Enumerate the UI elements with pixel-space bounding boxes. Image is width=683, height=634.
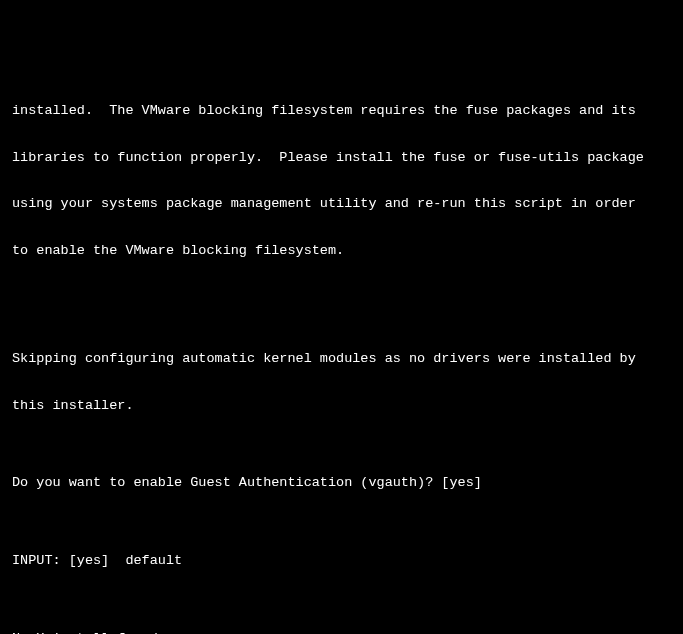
output-line: Do you want to enable Guest Authenticati… xyxy=(12,475,671,491)
output-line: libraries to function properly. Please i… xyxy=(12,150,671,166)
output-line: INPUT: [yes] default xyxy=(12,553,671,569)
output-line: Skipping configuring automatic kernel mo… xyxy=(12,351,671,367)
output-line: this installer. xyxy=(12,398,671,414)
terminal-output: installed. The VMware blocking filesyste… xyxy=(12,72,671,634)
output-line: No X install found. xyxy=(12,631,671,634)
output-line: installed. The VMware blocking filesyste… xyxy=(12,103,671,119)
output-line: to enable the VMware blocking filesystem… xyxy=(12,243,671,259)
output-line: using your systems package management ut… xyxy=(12,196,671,212)
